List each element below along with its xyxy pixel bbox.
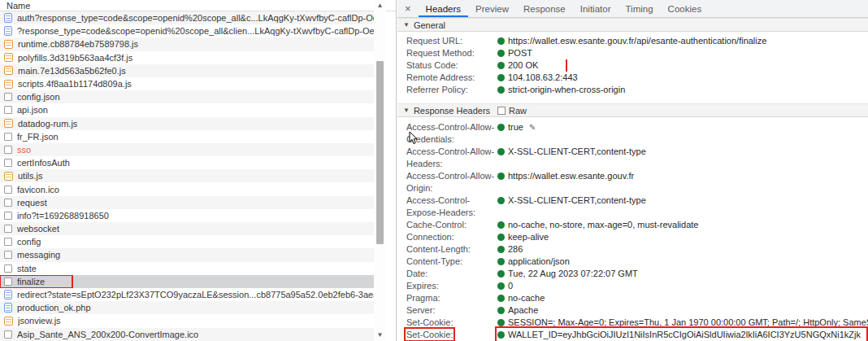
header-row: Cache-Control: no-cache, no-store, max-a… <box>397 219 868 231</box>
status-ok-icon <box>497 74 505 81</box>
tab-headers[interactable]: Headers <box>419 0 468 17</box>
js-file-icon <box>4 172 13 181</box>
network-request-row[interactable]: websocket <box>0 222 374 235</box>
header-row: Referrer Policy: strict-origin-when-cros… <box>397 84 868 96</box>
network-request-row[interactable]: utils.js <box>0 169 374 182</box>
network-request-row[interactable]: jsonview.js <box>0 314 374 327</box>
file-file-icon <box>4 225 12 233</box>
doc-file-icon <box>4 13 12 23</box>
header-value: X-SSL-CLIENT-CERT,content-type <box>508 195 646 205</box>
close-icon[interactable]: × <box>397 0 419 17</box>
status-ok-icon <box>497 197 505 204</box>
header-value: POST <box>508 48 532 58</box>
network-request-row[interactable]: api.json <box>0 103 374 116</box>
network-request-row[interactable]: sso <box>0 143 374 156</box>
status-code-annotation-box: 200 OK <box>497 59 567 72</box>
tab-initiator[interactable]: Initiator <box>573 0 618 17</box>
raw-label: Raw <box>509 106 527 116</box>
network-request-row[interactable]: redirect?state=sEptO232pLf23X37TCO9yacza… <box>0 288 374 301</box>
network-request-row[interactable]: runtime.cb88784eb7589798.js <box>0 37 374 50</box>
network-request-row[interactable]: request <box>0 196 374 209</box>
network-request-list: auth?response_type=code&scope=openid%20s… <box>0 11 374 341</box>
header-row: Set-Cookie: WALLET_ID=eyJhbGciOiJIUzI1Ni… <box>397 329 868 341</box>
status-ok-icon <box>497 270 505 278</box>
network-request-row[interactable]: auth?response_type=code&scope=openid%20s… <box>0 11 374 24</box>
network-request-row[interactable]: main.7e13d563a5b62fe0.js <box>0 64 374 77</box>
header-name: Status Code: <box>406 60 458 70</box>
tab-cookies[interactable]: Cookies <box>661 0 710 17</box>
header-name: Connection: <box>406 232 454 242</box>
tab-timing[interactable]: Timing <box>618 0 660 17</box>
status-ok-icon <box>497 246 505 253</box>
network-request-row[interactable]: favicon.ico <box>0 182 374 195</box>
scrollbar-thumb[interactable] <box>376 61 384 244</box>
general-section-title: General <box>414 20 445 30</box>
network-request-row-annotated[interactable]: finalize <box>0 275 374 288</box>
detail-tab-bar: × Headers Preview Response Initiator Tim… <box>397 0 868 18</box>
header-name: Expires: <box>406 281 439 291</box>
header-name: Request URL: <box>406 36 462 46</box>
status-ok-icon <box>497 173 505 180</box>
header-value: https://wallet.esw.esante.gouv.fr <box>508 171 634 181</box>
edit-pencil-icon[interactable]: ✎ <box>529 123 536 132</box>
network-request-row[interactable]: messaging <box>0 248 374 261</box>
header-value: no-cache <box>508 293 545 303</box>
general-section-header[interactable]: ▼ General <box>397 18 868 32</box>
header-row: Set-Cookie: SESSION=; Max-Age=0; Expires… <box>397 317 868 329</box>
raw-checkbox[interactable] <box>497 107 506 115</box>
left-panel-scrollbar[interactable]: ▲ ▼ <box>374 0 386 341</box>
doc-file-icon <box>4 26 12 36</box>
header-row: Access-Control-Allow-Credentials: true✎ <box>397 121 868 146</box>
header-value: Tue, 22 Aug 2023 07:22:07 GMT <box>508 269 638 278</box>
raw-toggle[interactable]: Raw <box>497 104 527 116</box>
header-name: Referrer Policy: <box>406 85 468 94</box>
tab-preview[interactable]: Preview <box>468 0 516 17</box>
network-request-row[interactable]: info?t=1692688918650 <box>0 209 374 222</box>
js-file-icon <box>4 66 13 75</box>
scroll-down-icon[interactable]: ▼ <box>374 330 386 340</box>
network-request-row[interactable]: Asip_Sante_ANS_200x200-ConvertImage.ico <box>0 328 374 341</box>
js-file-icon <box>4 80 13 89</box>
status-ok-icon <box>497 282 505 290</box>
tab-response[interactable]: Response <box>516 0 573 17</box>
network-request-row[interactable]: scripts.4f8aa1b1174d809a.js <box>0 77 374 90</box>
network-request-row[interactable]: certInfosAuth <box>0 156 374 169</box>
header-value: 0 <box>508 281 513 291</box>
devtools-network-panel: Name auth?response_type=code&scope=openi… <box>0 0 868 341</box>
header-value: true <box>508 122 523 132</box>
scroll-up-icon[interactable]: ▲ <box>374 1 386 11</box>
network-request-row[interactable]: fr_FR.json <box>0 130 374 143</box>
name-column-header[interactable]: Name <box>0 0 396 11</box>
header-name: Date: <box>406 269 427 278</box>
header-row: Access-Control-Expose-Headers: X-SSL-CLI… <box>397 195 868 219</box>
status-ok-icon <box>497 124 505 131</box>
response-headers-section-header[interactable]: ▼ Response Headers Raw <box>397 103 868 117</box>
network-request-row[interactable]: production_ok.php <box>0 301 374 314</box>
header-name: Access-Control-Allow-Origin: <box>406 171 494 193</box>
js-file-icon <box>4 317 13 326</box>
network-request-row[interactable]: polyfills.3d319b563aa4cf3f.js <box>0 51 374 64</box>
network-request-row[interactable]: ?response_type=code&scope=openid%20scope… <box>0 24 374 37</box>
file-file-icon <box>4 251 12 259</box>
status-ok-icon <box>497 258 505 265</box>
header-value: SESSION=; Max-Age=0; Expires=Thu, 1 Jan … <box>508 317 868 327</box>
header-row: Connection: keep-alive✎ <box>397 231 868 243</box>
network-request-list-panel: Name auth?response_type=code&scope=openi… <box>0 0 397 341</box>
name-column-label: Name <box>7 1 30 11</box>
status-ok-icon <box>497 50 505 57</box>
network-request-row[interactable]: state <box>0 262 374 275</box>
status-ok-icon <box>497 37 505 45</box>
file-file-icon <box>4 93 12 101</box>
network-request-row[interactable]: config <box>0 235 374 248</box>
header-name: Remote Address: <box>406 72 475 82</box>
header-name: Content-Type: <box>406 256 462 266</box>
header-row: Expires: 0✎ <box>397 280 868 292</box>
network-request-row[interactable]: config.json <box>0 90 374 103</box>
network-request-row[interactable]: datadog-rum.js <box>0 117 374 130</box>
js-file-icon <box>4 40 13 49</box>
header-value: strict-origin-when-cross-origin <box>508 85 625 94</box>
disclosure-triangle-icon: ▼ <box>403 107 410 114</box>
status-ok-icon <box>497 62 505 69</box>
header-row: Content-Type: application/json✎ <box>397 256 868 268</box>
status-ok-icon <box>497 295 505 302</box>
